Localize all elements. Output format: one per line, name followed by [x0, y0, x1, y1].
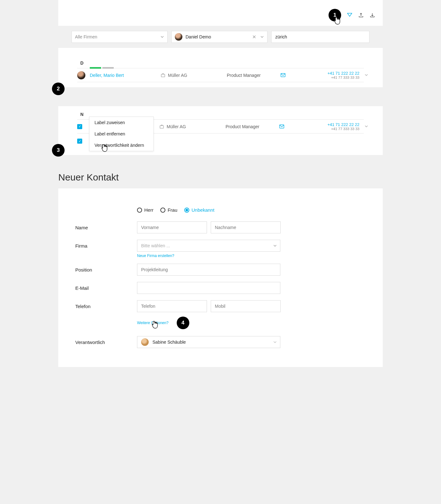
marker-2: 2 — [52, 83, 65, 95]
email-input[interactable] — [137, 282, 280, 294]
mobil-input[interactable] — [211, 300, 281, 312]
filter-icon[interactable] — [347, 12, 352, 18]
avatar — [175, 33, 182, 41]
avatar — [141, 338, 149, 346]
phone-secondary: +41 77 333 33 33 — [304, 76, 359, 79]
telefon-input[interactable] — [137, 300, 207, 312]
page-title: Neuer Kontakt — [58, 164, 383, 188]
label-email: E-Mail — [75, 285, 137, 291]
email-icon[interactable] — [279, 124, 303, 129]
svg-rect-1 — [161, 74, 165, 77]
label-telefon: Telefon — [75, 304, 137, 309]
briefcase-icon — [159, 124, 164, 129]
firma-select[interactable]: Bitte wählen ... — [137, 240, 280, 252]
menu-change-resp[interactable]: Verantwortlichkeit ändern — [89, 140, 153, 151]
avatar — [77, 71, 85, 79]
menu-assign-label[interactable]: Label zuweisen — [89, 117, 153, 128]
marker-4: 4 — [177, 317, 189, 329]
search-input[interactable] — [271, 31, 369, 43]
phone-main[interactable]: +41 71 222 22 22 — [304, 71, 359, 76]
svg-marker-0 — [347, 13, 352, 16]
cursor-hand-icon — [334, 16, 341, 26]
firm-filter-select[interactable]: Alle Firmen — [72, 31, 168, 43]
email-icon[interactable] — [280, 72, 304, 78]
user-filter-select[interactable]: Daniel Demo — [171, 31, 267, 43]
contact-name-link[interactable]: Deller, Mario Bert — [90, 73, 124, 78]
label-name: Name — [75, 225, 137, 230]
salutation-herr[interactable]: Herr — [137, 207, 153, 213]
responsible-select[interactable]: Sabine Schäuble — [137, 336, 280, 348]
responsible-name: Sabine Schäuble — [152, 340, 186, 345]
contact-role: Product Manager — [226, 124, 279, 129]
chevron-down-icon[interactable] — [364, 73, 368, 78]
chevron-down-icon — [160, 35, 164, 39]
upload-icon[interactable] — [358, 12, 364, 18]
phone-secondary: +41 77 333 33 33 — [303, 127, 359, 131]
select-all-checkbox[interactable]: ✓ — [77, 139, 82, 144]
label-firma: Firma — [75, 243, 137, 249]
svg-rect-3 — [160, 126, 163, 128]
cursor-hand-icon — [152, 320, 159, 330]
phone-main[interactable]: +41 71 222 22 22 — [303, 122, 359, 127]
label-verantwortlich: Verantwortlich — [75, 340, 137, 345]
menu-remove-label[interactable]: Label entfernen — [89, 128, 153, 140]
contact-company: Müller AG — [168, 73, 187, 78]
chevron-down-icon — [260, 35, 264, 39]
actions-menu: Label zuweisen Label entfernen Verantwor… — [89, 117, 154, 151]
new-firm-link[interactable]: Neue Firma erstellen? — [137, 254, 370, 258]
firstname-input[interactable] — [137, 221, 207, 233]
section-letter-d: D — [58, 48, 383, 68]
lastname-input[interactable] — [211, 221, 281, 233]
marker-3: 3 — [52, 144, 65, 157]
label-position: Position — [75, 267, 137, 272]
clear-icon[interactable] — [253, 35, 256, 38]
briefcase-icon — [161, 73, 165, 77]
user-filter-name: Daniel Demo — [186, 34, 211, 39]
position-input[interactable] — [137, 264, 280, 276]
chevron-down-icon[interactable] — [364, 124, 368, 129]
firm-filter-placeholder: Alle Firmen — [75, 34, 97, 39]
contact-company: Müller AG — [167, 124, 186, 129]
contact-role: Product Manager — [227, 73, 280, 78]
salutation-frau[interactable]: Frau — [160, 207, 177, 213]
chevron-down-icon — [273, 244, 277, 248]
chevron-down-icon — [273, 340, 277, 344]
download-icon[interactable] — [369, 12, 375, 18]
cursor-hand-icon — [101, 144, 109, 153]
label-chips — [90, 67, 114, 69]
salutation-unbekannt[interactable]: Unbekannt — [184, 207, 215, 213]
row-checkbox[interactable]: ✓ — [77, 124, 82, 129]
